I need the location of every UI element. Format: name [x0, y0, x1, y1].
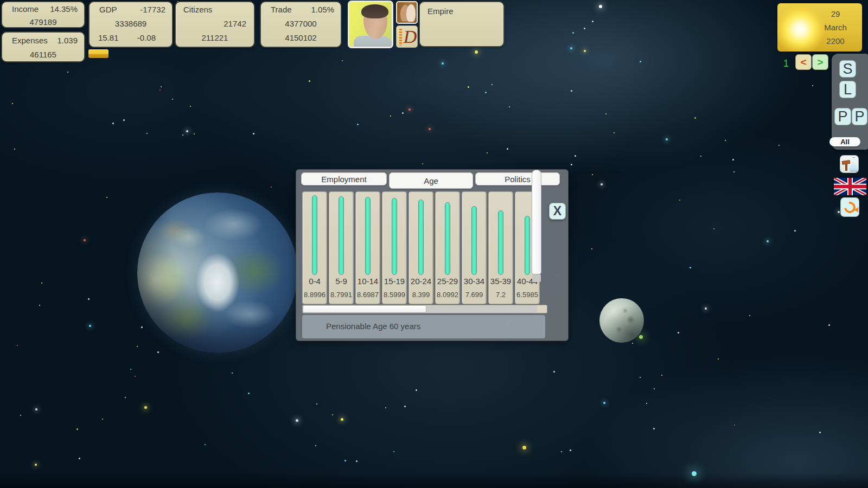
- load-button[interactable]: L: [839, 81, 856, 98]
- age-group-value: 8.8996: [303, 288, 327, 304]
- age-group-label: 15-19: [382, 275, 406, 288]
- bar-area: [382, 192, 406, 275]
- all-filter-button[interactable]: All: [829, 137, 860, 146]
- star: [102, 419, 103, 420]
- income-label: Income: [12, 4, 39, 14]
- star: [654, 388, 655, 389]
- star: [475, 50, 478, 54]
- star: [35, 464, 37, 466]
- star: [137, 346, 138, 347]
- citizens-panel[interactable]: Citizens 21742 211221: [175, 1, 255, 48]
- star: [678, 332, 679, 333]
- horizontal-scrollbar[interactable]: [302, 305, 547, 313]
- star: [570, 47, 572, 49]
- star: [692, 471, 697, 476]
- planet-earth[interactable]: [137, 192, 298, 353]
- star: [309, 80, 310, 82]
- star: [603, 402, 605, 404]
- age-group-column: 25-298.0992: [435, 191, 460, 304]
- star: [485, 92, 487, 93]
- expenses-panel[interactable]: Expenses 1.039 461165: [1, 31, 85, 62]
- gdp-delta: -0.08: [137, 33, 156, 42]
- save-button[interactable]: S: [839, 60, 856, 78]
- gdp-change: -17732: [140, 5, 165, 14]
- close-button[interactable]: X: [549, 203, 566, 220]
- star: [17, 345, 18, 346]
- citizens-label: Citizens: [176, 2, 254, 16]
- income-amount: 479189: [2, 16, 84, 28]
- star: [442, 62, 444, 65]
- bar-area: [329, 192, 353, 275]
- age-group-value: 8.399: [409, 288, 433, 304]
- empire-panel[interactable]: Empire: [419, 1, 505, 47]
- speed-down-button[interactable]: <: [795, 54, 812, 70]
- age-group-label: 5-9: [329, 275, 353, 288]
- leader-portrait[interactable]: [348, 1, 393, 48]
- star: [76, 428, 78, 430]
- vertical-scrollbar-track[interactable]: [532, 274, 541, 282]
- faction-strip: [399, 29, 402, 46]
- age-group-label: 30-34: [462, 275, 486, 288]
- age-group-label: 25-29: [436, 275, 459, 288]
- age-group-value: 8.6987: [356, 288, 380, 304]
- trade-label: Trade: [271, 5, 292, 14]
- trade-panel[interactable]: Trade 1.05% 4377000 4150102: [260, 1, 342, 48]
- star: [194, 133, 195, 134]
- age-chart: 0-48.89965-98.799110-148.698715-198.5999…: [302, 191, 547, 304]
- union-jack-flag: [834, 178, 866, 195]
- star: [402, 112, 404, 114]
- age-group-bar: [471, 206, 477, 275]
- star: [429, 128, 431, 130]
- star: [232, 373, 233, 374]
- demographics-dialog: EmploymentAgePolitics 0-48.89965-98.7991…: [296, 169, 569, 341]
- p-button-2[interactable]: P: [852, 108, 867, 125]
- vertical-scrollbar[interactable]: [532, 170, 541, 282]
- game-viewport: Income 14.35% 479189 Expenses 1.039 4611…: [0, 0, 868, 488]
- language-flag-icon[interactable]: [834, 178, 866, 195]
- age-group-label: 20-24: [409, 275, 433, 288]
- income-panel[interactable]: Income 14.35% 479189: [1, 1, 85, 28]
- star: [718, 358, 719, 359]
- refresh-icon[interactable]: [840, 197, 859, 217]
- star: [271, 187, 272, 188]
- star: [640, 377, 641, 378]
- moon[interactable]: [599, 298, 644, 343]
- research-icon[interactable]: [840, 155, 859, 173]
- star: [778, 145, 780, 146]
- star: [614, 132, 615, 133]
- bar-area: [409, 192, 433, 275]
- star: [734, 425, 735, 426]
- star: [106, 197, 107, 198]
- tab-employment[interactable]: Employment: [301, 172, 387, 185]
- signpost-post: [845, 164, 847, 171]
- faction-emblem-icon[interactable]: D: [396, 25, 418, 48]
- advisor-portrait[interactable]: [396, 1, 418, 24]
- age-group-column: 30-347.699: [462, 191, 487, 304]
- age-group-bar: [525, 216, 530, 275]
- p-button-1[interactable]: P: [834, 108, 851, 125]
- star: [205, 444, 206, 445]
- star: [144, 406, 147, 409]
- age-group-value: 8.7991: [329, 288, 353, 304]
- date-year: 2200: [811, 34, 860, 48]
- tab-politics[interactable]: Politics: [475, 172, 560, 185]
- horizontal-scrollbar-thumb[interactable]: [303, 305, 426, 313]
- age-group-label: 35-39: [489, 275, 513, 288]
- star: [172, 99, 173, 100]
- age-group-column: 20-248.399: [409, 191, 433, 304]
- date-day: 29: [811, 7, 860, 21]
- star: [84, 239, 86, 241]
- vertical-scrollbar-thumb[interactable]: [532, 170, 541, 274]
- gdp-panel[interactable]: GDP -17732 3338689 15.81 -0.08: [88, 1, 173, 48]
- flask-icon: [849, 157, 858, 171]
- star: [812, 85, 813, 86]
- star: [700, 156, 701, 157]
- speed-up-button[interactable]: >: [812, 54, 828, 70]
- age-group-column: 15-198.5999: [382, 191, 407, 304]
- tab-age[interactable]: Age: [389, 172, 473, 189]
- date-panel[interactable]: 29 March 2200: [777, 3, 862, 52]
- star: [12, 103, 13, 104]
- age-group-value: 7.2: [489, 288, 513, 304]
- empire-label: Empire: [420, 4, 503, 17]
- star: [35, 408, 37, 410]
